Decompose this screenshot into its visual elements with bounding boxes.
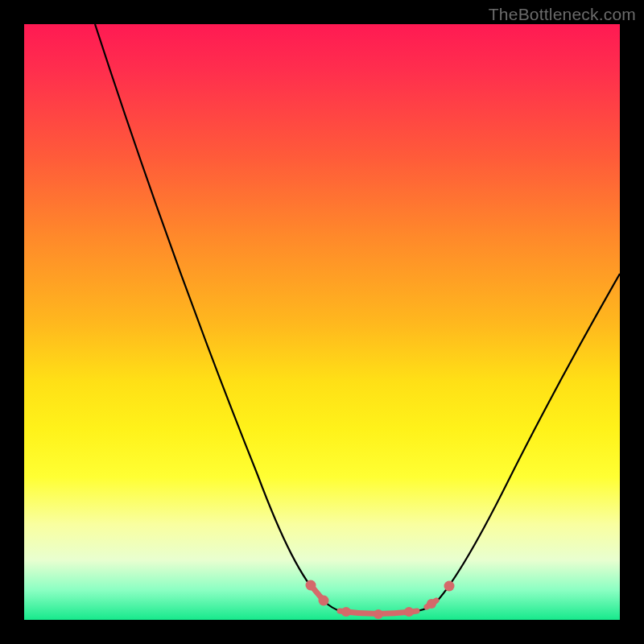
bead-left-lower — [319, 596, 329, 606]
bead-left-upper — [306, 580, 316, 591]
left-curve-path — [95, 24, 342, 612]
bead-right-lower — [427, 599, 436, 609]
chart-plot-area — [24, 24, 620, 620]
bead-bottom-2 — [374, 609, 383, 619]
watermark-text: TheBottleneck.com — [489, 5, 636, 24]
right-curve-path — [433, 274, 620, 605]
bead-bottom-3 — [404, 607, 414, 617]
bead-bottom-1 — [341, 607, 351, 617]
curve-plot — [24, 24, 620, 620]
bead-right-upper — [444, 581, 455, 592]
